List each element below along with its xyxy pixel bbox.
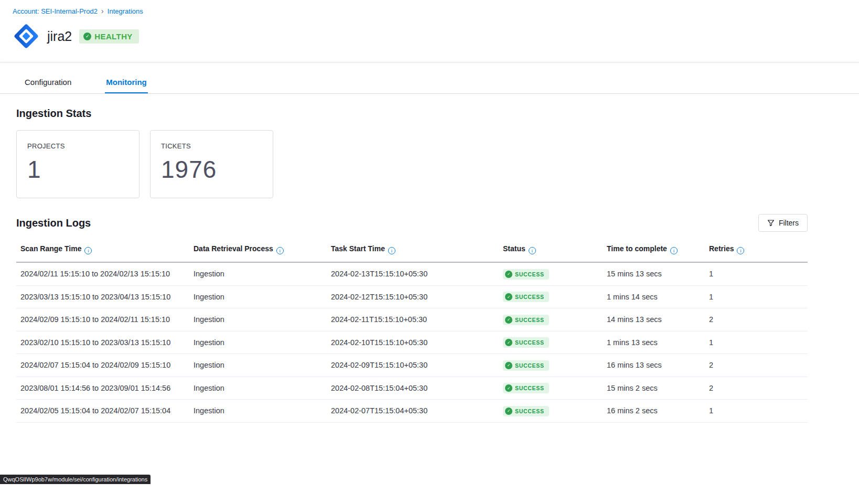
column-header-label: Retries xyxy=(709,244,734,253)
status-badge-label: SUCCESS xyxy=(515,362,544,369)
cell-task-start: 2024-02-13T15:15:10+05:30 xyxy=(327,262,499,285)
column-header-label: Scan Range Time xyxy=(20,244,81,253)
cell-task-start: 2024-02-08T15:15:04+05:30 xyxy=(327,377,499,400)
status-badge: ✓ SUCCESS xyxy=(503,360,549,371)
cell-scan-range: 2023/02/10 15:15:10 to 2023/03/13 15:15:… xyxy=(16,331,189,354)
status-badge: ✓ SUCCESS xyxy=(503,315,549,325)
cell-process: Ingestion xyxy=(189,354,327,377)
logs-table-body: 2024/02/11 15:15:10 to 2024/02/13 15:15:… xyxy=(16,262,808,422)
cell-time-to-complete: 15 mins 13 secs xyxy=(603,262,705,285)
check-circle-icon: ✓ xyxy=(505,339,512,346)
cell-process: Ingestion xyxy=(189,331,327,354)
table-row[interactable]: 2023/08/01 15:14:56 to 2023/09/01 15:14:… xyxy=(16,377,808,400)
breadcrumb: Account: SEI-Internal-Prod2 › Integratio… xyxy=(13,7,846,15)
column-header-status: Statusi xyxy=(499,239,603,262)
ingestion-logs-title: Ingestion Logs xyxy=(16,217,91,229)
cell-process: Ingestion xyxy=(189,400,327,423)
filter-funnel-icon xyxy=(767,219,775,227)
info-icon[interactable]: i xyxy=(670,247,678,254)
info-icon[interactable]: i xyxy=(84,247,92,254)
cell-scan-range: 2024/02/05 15:15:04 to 2024/02/07 15:15:… xyxy=(16,400,189,423)
table-row[interactable]: 2023/02/10 15:15:10 to 2023/03/13 15:15:… xyxy=(16,331,808,354)
cell-time-to-complete: 15 mins 2 secs xyxy=(603,377,705,400)
cell-task-start: 2024-02-07T15:15:04+05:30 xyxy=(327,400,499,423)
status-badge: ✓ SUCCESS xyxy=(503,337,549,348)
cell-retries: 1 xyxy=(705,400,808,423)
status-badge-label: SUCCESS xyxy=(515,317,544,323)
ingestion-logs-header: Ingestion Logs Filters xyxy=(16,214,808,232)
cell-time-to-complete: 16 mins 13 secs xyxy=(603,354,705,377)
cell-retries: 1 xyxy=(705,262,808,285)
breadcrumb-account-link[interactable]: Account: SEI-Internal-Prod2 xyxy=(13,7,98,15)
cell-scan-range: 2024/02/07 15:15:04 to 2024/02/09 15:15:… xyxy=(16,354,189,377)
cell-retries: 2 xyxy=(705,354,808,377)
column-header-retries: Retriesi xyxy=(705,239,808,262)
info-icon[interactable]: i xyxy=(737,247,744,254)
info-icon[interactable]: i xyxy=(529,247,536,254)
check-circle-icon: ✓ xyxy=(505,362,512,369)
tab-bar: Configuration Monitoring xyxy=(0,71,859,94)
status-url-tooltip: QwqOSlIWp9ob7w/module/sei/configuration/… xyxy=(0,475,151,484)
table-row[interactable]: 2024/02/11 15:15:10 to 2024/02/13 15:15:… xyxy=(16,262,808,285)
column-header-label: Status xyxy=(503,244,525,253)
stat-card-label: TICKETS xyxy=(161,142,262,150)
check-circle-icon: ✓ xyxy=(505,271,512,278)
status-badge-label: SUCCESS xyxy=(515,339,544,346)
jira-logo-icon xyxy=(13,23,40,50)
cell-scan-range: 2024/02/11 15:15:10 to 2024/02/13 15:15:… xyxy=(16,262,189,285)
cell-time-to-complete: 1 mins 14 secs xyxy=(603,285,705,308)
status-badge: ✓ SUCCESS xyxy=(503,406,549,416)
status-badge-label: SUCCESS xyxy=(515,294,544,300)
check-circle-icon: ✓ xyxy=(505,384,512,392)
cell-task-start: 2024-02-09T15:15:10+05:30 xyxy=(327,354,499,377)
check-circle-icon: ✓ xyxy=(505,408,512,415)
status-badge: ✓ SUCCESS xyxy=(503,292,549,302)
table-row[interactable]: 2023/03/13 15:15:10 to 2023/04/13 15:15:… xyxy=(16,285,808,308)
filters-button-label: Filters xyxy=(779,219,799,227)
cell-process: Ingestion xyxy=(189,308,327,331)
stat-card-value: 1 xyxy=(27,155,128,184)
info-icon[interactable]: i xyxy=(388,247,395,254)
column-header-task-start-time: Task Start Timei xyxy=(327,239,499,262)
cell-task-start: 2024-02-12T15:15:10+05:30 xyxy=(327,285,499,308)
cell-scan-range: 2024/02/09 15:15:10 to 2024/02/11 15:15:… xyxy=(16,308,189,331)
column-header-label: Data Retrieval Process xyxy=(194,244,273,253)
table-row[interactable]: 2024/02/07 15:15:04 to 2024/02/09 15:15:… xyxy=(16,354,808,377)
page-header: Account: SEI-Internal-Prod2 › Integratio… xyxy=(0,0,859,62)
status-badge-label: SUCCESS xyxy=(515,271,544,277)
check-circle-icon: ✓ xyxy=(505,316,512,324)
status-badge-label: SUCCESS xyxy=(515,408,544,414)
table-row[interactable]: 2024/02/09 15:15:10 to 2024/02/11 15:15:… xyxy=(16,308,808,331)
cell-retries: 1 xyxy=(705,285,808,308)
filters-button[interactable]: Filters xyxy=(758,214,808,232)
cell-time-to-complete: 1 mins 13 secs xyxy=(603,331,705,354)
table-row[interactable]: 2024/02/05 15:15:04 to 2024/02/07 15:15:… xyxy=(16,400,808,423)
cell-task-start: 2024-02-11T15:15:10+05:30 xyxy=(327,308,499,331)
cell-time-to-complete: 16 mins 2 secs xyxy=(603,400,705,423)
breadcrumb-integrations-link[interactable]: Integrations xyxy=(108,7,143,15)
cell-task-start: 2024-02-10T15:15:10+05:30 xyxy=(327,331,499,354)
tab-monitoring[interactable]: Monitoring xyxy=(105,71,147,93)
logs-header-row: Scan Range TimeiData Retrieval ProcessiT… xyxy=(16,239,808,262)
main-content: Ingestion Stats PROJECTS 1 TICKETS 1976 … xyxy=(0,94,859,438)
chevron-right-icon: › xyxy=(101,7,104,15)
stat-card-tickets: TICKETS 1976 xyxy=(150,130,273,198)
ingestion-stats-title: Ingestion Stats xyxy=(16,108,808,120)
cell-time-to-complete: 14 mins 13 secs xyxy=(603,308,705,331)
cell-retries: 1 xyxy=(705,331,808,354)
status-badge: ✓ SUCCESS xyxy=(503,269,549,280)
column-header-label: Time to complete xyxy=(607,244,667,253)
tab-configuration[interactable]: Configuration xyxy=(24,71,72,93)
column-header-label: Task Start Time xyxy=(331,244,385,253)
health-status-badge: ✓ HEALTHY xyxy=(79,29,139,44)
cell-retries: 2 xyxy=(705,377,808,400)
cell-retries: 2 xyxy=(705,308,808,331)
column-header-data-retrieval-process: Data Retrieval Processi xyxy=(189,239,327,262)
ingestion-logs-table: Scan Range TimeiData Retrieval ProcessiT… xyxy=(16,239,808,423)
stat-card-value: 1976 xyxy=(161,155,262,184)
status-badge: ✓ SUCCESS xyxy=(503,383,549,393)
cell-scan-range: 2023/03/13 15:15:10 to 2023/04/13 15:15:… xyxy=(16,285,189,308)
stat-card-projects: PROJECTS 1 xyxy=(16,130,139,198)
page-title: jira2 xyxy=(47,29,72,44)
info-icon[interactable]: i xyxy=(276,247,284,254)
